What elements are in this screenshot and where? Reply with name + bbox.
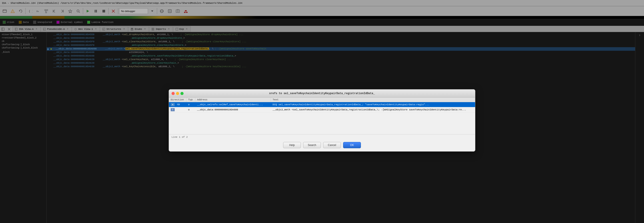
dialog-buttons: Help Search Cancel OK: [169, 140, 475, 151]
dialog-minimize-btn[interactable]: [176, 92, 179, 95]
cancel-button[interactable]: Cancel: [323, 142, 341, 148]
row1-address: __objc_selrefs:selRef_saveToKeychainIden…: [195, 102, 271, 107]
col-text: Text: [271, 97, 475, 102]
row2-text: __objc2_meth <sel_saveToKeychainIdentity…: [271, 107, 475, 112]
dialog-maximize-btn[interactable]: [180, 92, 184, 95]
row1-dir-label: Up: [177, 103, 180, 106]
col-direction: Direction: [169, 97, 186, 102]
col-type: Typ: [186, 97, 195, 102]
modal-overlay: xrefs to sel_saveToKeychainIdentityKeypa…: [0, 0, 644, 223]
dialog-table-container[interactable]: Direction Typ Address Text ▲ Up o _: [169, 97, 475, 134]
dialog-close-btn[interactable]: [172, 92, 175, 95]
help-button[interactable]: Help: [283, 142, 301, 148]
ok-button[interactable]: OK: [343, 142, 361, 148]
row2-address: __objc_data:00000000019DA608: [195, 107, 271, 112]
row2-type: o: [186, 107, 195, 112]
search-button[interactable]: Search: [303, 142, 321, 148]
table-header-row: Direction Typ Address Text: [169, 97, 475, 102]
row1-icon: ▲: [171, 103, 175, 106]
row1-type: o: [186, 102, 195, 107]
table-row-2[interactable]: D o __objc_data:00000000019DA608 __objc2…: [169, 107, 475, 112]
row1-direction: ▲ Up: [169, 102, 186, 107]
col-address: Address: [195, 97, 271, 102]
table-row-1[interactable]: ▲ Up o __objc_selrefs:selRef_saveToKeych…: [169, 102, 475, 107]
dialog-title: xrefs to sel_saveToKeychainIdentityKeypa…: [269, 92, 375, 95]
window-controls: [172, 92, 184, 95]
xrefs-table: Direction Typ Address Text ▲ Up o _: [169, 97, 475, 112]
row2-icon: D: [171, 108, 175, 111]
dialog-line-count: Line 1 of 2: [172, 136, 188, 138]
xrefs-dialog: xrefs to sel_saveToKeychainIdentityKeypa…: [169, 89, 475, 152]
row2-direction: D: [169, 107, 186, 112]
dialog-titlebar: xrefs to sel_saveToKeychainIdentityKeypa…: [169, 89, 475, 97]
row1-text: DCQ sel_saveToKeychainIdentityKeypairDat…: [271, 102, 475, 107]
dialog-status: Line 1 of 2: [169, 134, 475, 140]
